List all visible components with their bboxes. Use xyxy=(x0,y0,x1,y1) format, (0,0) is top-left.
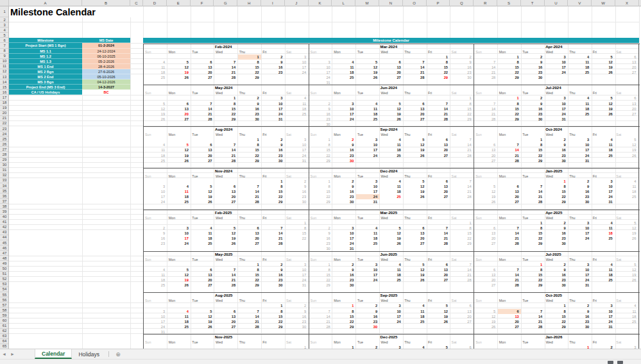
milestone-date-cell[interactable]: BC xyxy=(82,90,130,95)
day-cell[interactable]: 21 xyxy=(238,194,262,199)
day-cell[interactable]: 29 xyxy=(521,158,545,163)
day-cell[interactable]: 27 xyxy=(427,194,450,199)
dow-header-sat[interactable]: Sat xyxy=(615,215,638,220)
day-cell[interactable]: 15 xyxy=(498,65,522,70)
dow-header-fri[interactable]: Fri xyxy=(261,215,285,220)
day-cell[interactable]: 15 xyxy=(521,147,545,153)
day-cell[interactable]: 27 xyxy=(615,70,638,75)
dow-header-sat[interactable]: Sat xyxy=(285,49,309,54)
day-cell[interactable]: 24 xyxy=(167,241,191,246)
day-cell[interactable]: 4 xyxy=(144,60,167,65)
day-cell[interactable]: 18 xyxy=(167,194,191,199)
dow-header-sun[interactable]: Sun xyxy=(474,340,498,345)
day-cell[interactable]: 27 xyxy=(615,112,638,117)
day-cell[interactable]: 25 xyxy=(191,241,214,246)
day-cell[interactable]: 21 xyxy=(450,147,474,153)
day-cell[interactable]: 4 xyxy=(332,60,356,65)
dow-header-sun[interactable]: Sun xyxy=(474,132,498,137)
dow-header-fri[interactable]: Fri xyxy=(261,298,285,303)
day-cell[interactable]: 12 xyxy=(615,226,638,231)
day-cell[interactable]: 27 xyxy=(191,283,214,288)
day-cell[interactable]: 17 xyxy=(167,236,191,241)
day-cell[interactable]: 9 xyxy=(285,309,309,314)
day-cell[interactable] xyxy=(615,117,638,122)
row-header-9[interactable]: 9 xyxy=(0,54,9,59)
row-header-56[interactable]: 56 xyxy=(0,297,9,302)
column-header-d[interactable]: D xyxy=(143,0,167,6)
column-header-p[interactable]: P xyxy=(427,0,450,6)
day-cell[interactable]: 27 xyxy=(380,75,404,80)
column-header-h[interactable]: H xyxy=(237,0,261,6)
day-cell[interactable]: 29 xyxy=(332,324,356,329)
day-cell[interactable]: 22 xyxy=(238,277,262,283)
day-cell[interactable] xyxy=(191,220,214,226)
row-header-20[interactable]: 20 xyxy=(0,111,9,116)
day-cell[interactable]: 19 xyxy=(403,189,427,194)
day-cell[interactable]: 26 xyxy=(380,241,404,246)
dow-header-sat[interactable]: Sat xyxy=(285,298,309,303)
day-cell[interactable]: 23 xyxy=(309,241,333,246)
day-cell[interactable]: 12 xyxy=(167,65,191,70)
day-cell[interactable]: 11 xyxy=(615,309,638,314)
dow-header-mon[interactable]: Mon xyxy=(332,340,356,345)
day-cell[interactable]: 13 xyxy=(615,101,638,106)
day-cell[interactable]: 17 xyxy=(356,189,380,194)
day-cell[interactable]: 4 xyxy=(285,95,309,101)
day-cell[interactable]: 24 xyxy=(285,70,309,75)
column-header-b[interactable]: B xyxy=(82,0,130,6)
day-cell[interactable] xyxy=(568,117,592,122)
month-label[interactable]: Dec-2024 xyxy=(309,169,474,174)
day-cell[interactable]: 13 xyxy=(191,65,214,70)
day-cell[interactable] xyxy=(285,75,309,80)
day-cell[interactable]: 13 xyxy=(214,189,238,194)
day-cell[interactable] xyxy=(167,303,191,308)
day-cell[interactable]: 17 xyxy=(568,231,592,236)
day-cell[interactable]: 23 xyxy=(332,194,356,199)
day-cell[interactable]: 2 xyxy=(261,137,285,142)
day-cell[interactable]: 12 xyxy=(380,106,404,112)
day-cell[interactable]: 29 xyxy=(261,199,285,204)
day-cell[interactable]: 1 xyxy=(498,95,522,101)
day-cell[interactable]: 25 xyxy=(568,112,592,117)
day-cell[interactable] xyxy=(285,241,309,246)
day-cell[interactable]: 4 xyxy=(615,303,638,308)
day-cell[interactable]: 6 xyxy=(450,303,474,308)
day-cell[interactable] xyxy=(191,262,214,267)
day-cell[interactable]: 1 xyxy=(521,220,545,226)
column-header-m[interactable]: M xyxy=(355,0,379,6)
day-cell[interactable]: 26 xyxy=(356,75,380,80)
day-cell[interactable]: 1 xyxy=(498,54,522,60)
day-cell[interactable]: 23 xyxy=(521,70,545,75)
day-cell[interactable]: 29 xyxy=(238,283,262,288)
column-header-r[interactable]: R xyxy=(474,0,497,6)
dow-header-fri[interactable]: Fri xyxy=(261,49,285,54)
row-header-50[interactable]: 50 xyxy=(0,267,9,272)
day-cell[interactable]: 30 xyxy=(521,75,545,80)
day-cell[interactable]: 13 xyxy=(474,272,498,277)
day-cell[interactable]: 6 xyxy=(214,309,238,314)
day-cell[interactable]: 11 xyxy=(144,65,167,70)
day-cell[interactable]: 16 xyxy=(521,106,545,112)
day-cell[interactable]: 17 xyxy=(309,70,333,75)
day-cell[interactable]: 6 xyxy=(427,179,450,184)
day-cell[interactable]: 26 xyxy=(403,194,427,199)
dow-header-mon[interactable]: Mon xyxy=(332,174,356,179)
day-cell[interactable]: 23 xyxy=(568,194,592,199)
row-header-13[interactable]: 13 xyxy=(0,74,9,79)
day-cell[interactable]: 15 xyxy=(238,65,262,70)
day-cell[interactable] xyxy=(167,262,191,267)
dow-header-wed[interactable]: Wed xyxy=(214,215,238,220)
day-cell[interactable]: 18 xyxy=(615,314,638,319)
month-label[interactable]: Nov-2025 xyxy=(144,335,309,340)
day-cell[interactable]: 18 xyxy=(191,236,214,241)
day-cell[interactable]: 3 xyxy=(309,60,333,65)
day-cell[interactable]: 25 xyxy=(167,199,191,204)
row-header-65[interactable]: 65 xyxy=(0,344,9,349)
day-cell[interactable]: 27 xyxy=(427,277,450,283)
row-header-55[interactable]: 55 xyxy=(0,292,9,297)
row-header-23[interactable]: 23 xyxy=(0,126,9,131)
day-cell[interactable]: 26 xyxy=(167,283,191,288)
month-label[interactable]: Sep-2025 xyxy=(309,293,474,298)
dow-header-tue[interactable]: Tue xyxy=(191,215,214,220)
day-cell[interactable]: 12 xyxy=(167,147,191,153)
